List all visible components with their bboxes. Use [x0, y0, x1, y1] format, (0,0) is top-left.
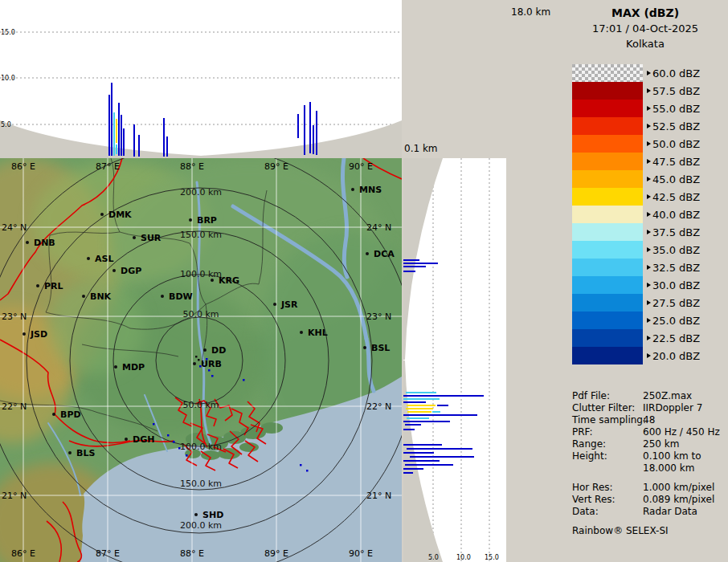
city-label: PRL	[44, 281, 63, 291]
legend-tick-icon	[647, 194, 651, 199]
beam-coverage-shading	[0, 120, 402, 158]
echo-column-bar	[166, 136, 168, 157]
lon-label: 88° E	[180, 548, 204, 559]
height-axis-max-label: 18.0 km	[511, 6, 550, 18]
city-marker-dot	[133, 236, 136, 239]
map-panel[interactable]: 86° E86° E87° E87° E88° E88° E89° E89° E…	[0, 158, 402, 562]
legend-value-label: 60.0 dBZ	[652, 67, 700, 79]
range-ring-label: 150.0 km	[180, 230, 222, 240]
echo-row-bar	[405, 424, 421, 426]
echo-column-bar	[138, 135, 140, 157]
lat-label: 21° N	[2, 491, 27, 501]
city-marker-dot	[26, 241, 29, 244]
echo-column-bar	[121, 115, 122, 156]
side-profile-echo-bars	[403, 259, 484, 474]
echo-column-bar	[304, 105, 305, 155]
echo-column-bar	[108, 95, 110, 156]
city-marker-dot	[68, 451, 72, 454]
echo-row-bar	[410, 456, 474, 458]
info-row: Vert Res:0.089 km/pixel	[572, 494, 728, 506]
legend-color-swatch	[572, 223, 643, 241]
city-label: BNK	[90, 291, 112, 302]
city-marker-dot	[193, 362, 196, 365]
legend-color-swatch	[572, 206, 643, 223]
echo-row-bar	[407, 411, 431, 413]
info-row: Time sampling:48	[572, 414, 728, 426]
lat-label: 24° N	[2, 222, 27, 233]
range-ring-label: 150.0 km	[180, 479, 222, 489]
info-value: 0.100 km to	[643, 450, 701, 462]
legend-color-swatch	[572, 82, 643, 100]
info-row: Range:250 km	[572, 438, 728, 450]
city-label: BLS	[76, 448, 95, 458]
city-marker-dot	[36, 284, 39, 287]
legend-tick-icon	[647, 300, 651, 305]
legend-value-label: 55.0 dBZ	[652, 103, 700, 115]
legend-row: 32.5 dBZ	[572, 259, 700, 276]
product-header: MAX (dBZ) 17:01 / 04-Oct-2025 Kolkata	[562, 6, 728, 50]
info-label: Height:	[572, 450, 643, 462]
legend-color-swatch	[572, 64, 643, 82]
city-marker-dot	[22, 332, 26, 336]
top-height-profile-panel[interactable]: 15.010.05.0	[0, 0, 402, 158]
legend-value-label: 57.5 dBZ	[652, 85, 700, 97]
info-label	[572, 462, 643, 474]
legend-row: 22.5 dBZ	[572, 329, 700, 347]
echo-column-bar	[133, 124, 135, 157]
legend-row: 60.0 dBZ	[572, 64, 700, 82]
range-ring-label: 100.0 km	[180, 442, 222, 452]
echo-pixel	[167, 434, 170, 437]
legend-value-label: 32.5 dBZ	[652, 262, 700, 274]
lat-label: 23° N	[366, 312, 391, 322]
side-height-profile-panel[interactable]: 5.010.015.0	[403, 158, 506, 562]
legend-tick-icon	[647, 124, 651, 128]
info-group: Pdf File:250Z.maxClutter Filter:IIRDoppl…	[572, 390, 728, 474]
echo-row-bar	[403, 472, 413, 474]
legend-color-swatch	[572, 259, 643, 276]
legend-value-label: 20.0 dBZ	[652, 350, 700, 362]
info-value: 18.000 km	[643, 462, 694, 474]
echo-pixel	[198, 359, 200, 361]
city-label: SHD	[202, 510, 223, 520]
legend-tick-icon	[647, 141, 651, 146]
lon-label: 90° E	[349, 161, 373, 172]
city-marker-dot	[300, 331, 303, 334]
echo-row-bar	[403, 401, 426, 403]
legend-row: 47.5 dBZ	[572, 153, 700, 170]
echo-row-bar	[407, 417, 429, 419]
legend-value-label: 25.0 dBZ	[652, 315, 700, 327]
legend-row: 50.0 dBZ	[572, 135, 700, 153]
side-height-gridlines	[433, 158, 489, 562]
lon-label: 88° E	[180, 161, 204, 172]
info-label: Data:	[572, 506, 643, 518]
echo-row-bar	[407, 448, 472, 450]
city-marker-dot	[366, 252, 369, 255]
legend-tick-icon	[647, 159, 651, 164]
legend-row: 55.0 dBZ	[572, 100, 700, 117]
range-ring-label: 50.0 km	[182, 400, 219, 410]
echo-row-bar	[403, 271, 415, 272]
echo-column-bar	[163, 118, 165, 157]
legend-tick-icon	[647, 177, 651, 181]
legend-value-label: 47.5 dBZ	[652, 156, 700, 168]
echo-pixel	[186, 454, 188, 457]
height-tick-label: 10.0	[456, 554, 471, 561]
legend-row: 42.5 dBZ	[572, 188, 700, 206]
info-label: Time sampling:	[572, 414, 643, 426]
city-marker-dot	[82, 295, 85, 298]
echo-row-bar	[403, 421, 450, 422]
echo-column-bar	[316, 111, 317, 155]
info-groups: Pdf File:250Z.maxClutter Filter:IIRDoppl…	[572, 390, 728, 518]
product-info-panel: Pdf File:250Z.maxClutter Filter:IIRDoppl…	[572, 390, 728, 536]
legend-value-label: 40.0 dBZ	[652, 209, 700, 221]
echo-pixel	[300, 464, 302, 466]
legend-value-label: 35.0 dBZ	[652, 244, 700, 256]
city-label: ASL	[95, 254, 113, 264]
city-label: MNS	[359, 185, 382, 195]
lon-label: 87° E	[96, 161, 120, 172]
echo-row-bar	[403, 398, 440, 400]
top-profile-echo-bars	[108, 83, 317, 157]
legend-value-label: 52.5 dBZ	[652, 120, 700, 132]
range-ring-label: 100.0 km	[180, 269, 222, 279]
echo-row-bar	[403, 259, 419, 261]
